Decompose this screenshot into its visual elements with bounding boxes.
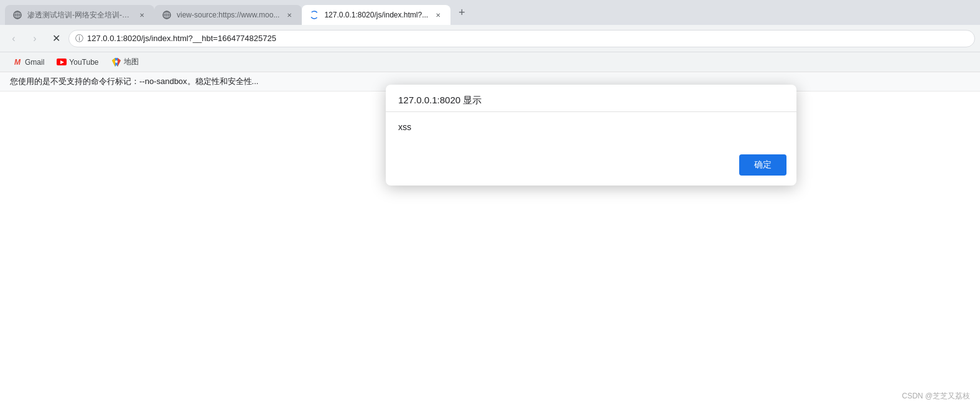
close-button[interactable]: ✕ bbox=[47, 30, 65, 47]
url-text: 127.0.0.1:8020/js/index.html?__hbt=16647… bbox=[87, 34, 276, 43]
bookmark-maps[interactable]: 地图 bbox=[106, 55, 144, 69]
tab1-title: 渗透测试培训-网络安全培训-暗... bbox=[27, 10, 132, 21]
tab-bar: 渗透测试培训-网络安全培训-暗... ✕ view-source:https:/… bbox=[0, 0, 980, 25]
browser-window: 渗透测试培训-网络安全培训-暗... ✕ view-source:https:/… bbox=[0, 0, 980, 409]
tab3-title: 127.0.0.1:8020/js/index.html?... bbox=[324, 11, 428, 19]
tab1-close-button[interactable]: ✕ bbox=[137, 10, 147, 20]
alert-dialog: 127.0.0.1:8020 显示 xss 确定 bbox=[386, 85, 796, 186]
dialog-footer: 确定 bbox=[386, 149, 796, 186]
new-tab-button[interactable]: + bbox=[453, 4, 470, 21]
dialog-confirm-button[interactable]: 确定 bbox=[739, 154, 786, 176]
address-bar[interactable]: ⓘ 127.0.0.1:8020/js/index.html?__hbt=166… bbox=[68, 30, 975, 47]
bookmark-youtube[interactable]: YouTube bbox=[52, 55, 103, 69]
dialog-overlay: 127.0.0.1:8020 显示 xss 确定 bbox=[0, 72, 980, 409]
tab2-title: view-source:https://www.moo... bbox=[177, 11, 279, 19]
bookmark-gmail[interactable]: M Gmail bbox=[7, 55, 49, 69]
nav-bar: ‹ › ✕ ⓘ 127.0.0.1:8020/js/index.html?__h… bbox=[0, 25, 980, 52]
tab2-favicon-icon bbox=[162, 10, 172, 20]
forward-button[interactable]: › bbox=[26, 30, 44, 47]
svg-point-8 bbox=[310, 11, 319, 19]
youtube-favicon-icon bbox=[57, 57, 67, 67]
tab3-close-button[interactable]: ✕ bbox=[433, 10, 443, 20]
dialog-message: xss bbox=[398, 122, 411, 132]
tab-3[interactable]: 127.0.0.1:8020/js/index.html?... ✕ bbox=[302, 5, 450, 25]
maps-favicon-icon bbox=[111, 57, 121, 67]
bookmark-youtube-label: YouTube bbox=[69, 58, 98, 67]
gmail-favicon-icon: M bbox=[12, 57, 22, 67]
tab3-favicon-icon bbox=[309, 10, 319, 20]
tab2-close-button[interactable]: ✕ bbox=[284, 10, 294, 20]
svg-marker-12 bbox=[118, 58, 121, 67]
bookmark-gmail-label: Gmail bbox=[25, 58, 44, 67]
page-content: 您使用的是不受支持的命令行标记：--no-sandbox。稳定性和安全性... … bbox=[0, 72, 980, 409]
tab1-favicon-icon bbox=[12, 10, 22, 20]
dialog-header: 127.0.0.1:8020 显示 bbox=[386, 85, 796, 112]
tab-1[interactable]: 渗透测试培训-网络安全培训-暗... ✕ bbox=[5, 5, 154, 25]
svg-point-13 bbox=[115, 60, 118, 63]
dialog-body: xss bbox=[386, 112, 796, 149]
svg-marker-11 bbox=[112, 58, 115, 67]
lock-icon: ⓘ bbox=[75, 33, 83, 44]
bookmark-maps-label: 地图 bbox=[124, 57, 139, 67]
bookmarks-bar: M Gmail YouTube 地图 bbox=[0, 52, 980, 72]
back-button[interactable]: ‹ bbox=[5, 30, 22, 47]
tab-2[interactable]: view-source:https://www.moo... ✕ bbox=[154, 5, 302, 25]
